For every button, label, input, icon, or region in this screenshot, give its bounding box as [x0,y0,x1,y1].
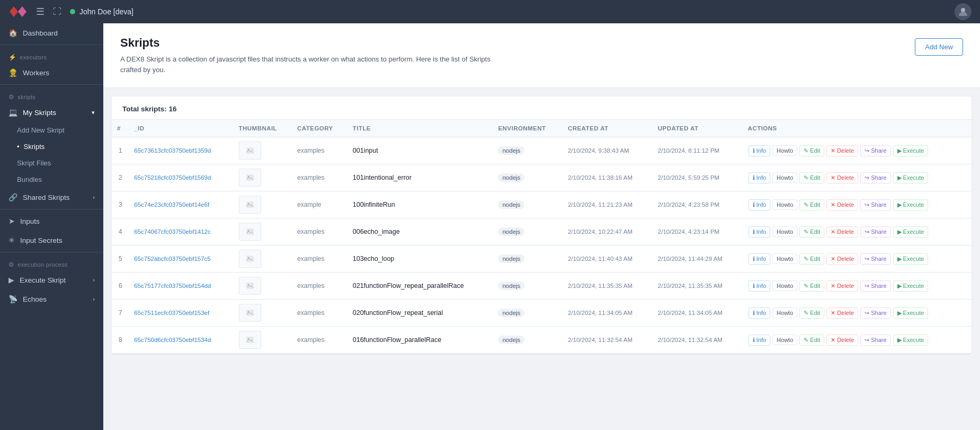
execute-button[interactable]: ▶ Execute [893,280,929,292]
info-button[interactable]: ℹ Info [749,226,770,238]
svg-rect-11 [246,283,254,289]
howto-button[interactable]: Howto [772,172,797,183]
delete-button[interactable]: ✕ Delete [826,199,858,210]
howto-button[interactable]: Howto [772,226,797,237]
sidebar-item-execute-skript[interactable]: ▶ Execute Skript › [0,270,103,289]
row-updated-at: 2/10/2024, 11:32:54 AM [653,327,743,354]
actions-cell: ℹ Info Howto ✎ Edit ✕ Delete ↪ Share ▶ E… [748,226,966,238]
table-header-row: # _ID THUMBNAIL CATEGORY TITLE ENVIRONME… [112,120,972,137]
edit-button[interactable]: ✎ Edit [799,280,824,292]
sidebar-item-my-skripts[interactable]: 💻 My Skripts ▾ [0,103,103,122]
howto-button[interactable]: Howto [772,199,797,210]
env-badge: nodejs [498,309,524,317]
delete-button[interactable]: ✕ Delete [826,280,858,292]
edit-button[interactable]: ✎ Edit [799,199,824,210]
execute-button[interactable]: ▶ Execute [893,145,929,156]
row-category: examples [292,327,348,354]
delete-button[interactable]: ✕ Delete [826,145,858,156]
id-link[interactable]: 65c75177cfc03750ebf154dd [134,283,211,289]
thumbnail-box [239,142,261,160]
actions-cell: ℹ Info Howto ✎ Edit ✕ Delete ↪ Share ▶ E… [748,307,966,319]
sidebar-item-dashboard[interactable]: 🏠 Dashboard [0,23,103,42]
row-title: 101intentional_error [348,164,493,191]
avatar[interactable] [955,3,972,20]
info-button[interactable]: ℹ Info [749,280,770,292]
svg-rect-9 [246,256,254,262]
execute-button[interactable]: ▶ Execute [893,308,929,319]
edit-button[interactable]: ✎ Edit [799,145,824,156]
execute-button[interactable]: ▶ Execute [893,199,929,210]
row-environment: nodejs [493,218,563,245]
share-button[interactable]: ↪ Share [860,226,890,238]
skripts-section-icon: ⚙ [8,93,14,101]
share-button[interactable]: ↪ Share [860,172,890,183]
execute-button[interactable]: ▶ Execute [893,253,929,265]
id-link[interactable]: 65c750d6cfc03750ebf1534d [134,337,211,343]
info-button[interactable]: ℹ Info [749,199,770,210]
echoes-icon: 📡 [8,295,17,303]
delete-button[interactable]: ✕ Delete [826,172,858,183]
expand-icon[interactable]: ⛶ [53,7,61,16]
table-row: 8 65c750d6cfc03750ebf1534d examples 016f… [112,327,972,354]
edit-button[interactable]: ✎ Edit [799,253,824,265]
share-button[interactable]: ↪ Share [860,253,890,265]
execute-button[interactable]: ▶ Execute [893,335,929,346]
delete-button[interactable]: ✕ Delete [826,335,858,346]
logo [8,2,28,21]
col-environment: ENVIRONMENT [493,120,563,137]
edit-button[interactable]: ✎ Edit [799,335,824,346]
sidebar: 🏠 Dashboard ⚡ executors 👷 Workers ⚙ skri… [0,23,103,430]
id-link[interactable]: 65c752abcfc03750ebf157c5 [134,256,211,262]
user-status-dot [70,9,75,14]
sidebar-item-workers[interactable]: 👷 Workers [0,63,103,82]
delete-button[interactable]: ✕ Delete [826,308,858,319]
row-num: 1 [112,137,129,164]
sidebar-sub-skripts[interactable]: Skripts [0,138,103,155]
id-link[interactable]: 65c7511ecfc03750ebf153ef [134,310,209,316]
share-button[interactable]: ↪ Share [860,335,890,346]
share-button[interactable]: ↪ Share [860,145,890,156]
edit-button[interactable]: ✎ Edit [799,226,824,238]
id-link[interactable]: 65c74e23cfc03750ebf14e6f [134,201,209,208]
howto-button[interactable]: Howto [772,253,797,264]
id-link[interactable]: 65c73613cfc03750ebf1359d [134,147,211,154]
howto-button[interactable]: Howto [772,335,797,345]
delete-button[interactable]: ✕ Delete [826,226,858,238]
sidebar-item-shared-skripts[interactable]: 🔗 Shared Skripts › [0,188,103,207]
info-button[interactable]: ℹ Info [749,335,770,346]
id-link[interactable]: 65c74067cfc03750ebf1412c [134,229,211,235]
execute-skript-chevron: › [93,277,95,283]
sidebar-item-echoes[interactable]: 📡 Echoes › [0,289,103,309]
sidebar-sub-add-new-skript[interactable]: Add New Skript [0,122,103,138]
executors-section-icon: ⚡ [8,54,16,61]
info-button[interactable]: ℹ Info [749,145,770,156]
sidebar-item-inputs[interactable]: ➤ Inputs [0,212,103,231]
page-description: A DEX8 Skript is a collection of javascr… [120,54,491,75]
info-button[interactable]: ℹ Info [749,308,770,319]
share-button[interactable]: ↪ Share [860,280,890,292]
add-new-button[interactable]: Add New [915,38,963,56]
actions-cell: ℹ Info Howto ✎ Edit ✕ Delete ↪ Share ▶ E… [748,253,966,265]
sidebar-sub-skript-files[interactable]: Skript Files [0,155,103,171]
env-badge: nodejs [498,227,524,236]
info-button[interactable]: ℹ Info [749,253,770,265]
delete-button[interactable]: ✕ Delete [826,253,858,265]
menu-icon[interactable]: ☰ [36,6,44,17]
row-created-at: 2/10/2024, 10:22:47 AM [563,218,653,245]
share-button[interactable]: ↪ Share [860,308,890,319]
edit-button[interactable]: ✎ Edit [799,172,824,183]
sidebar-sub-bundles[interactable]: Bundles [0,171,103,188]
share-button[interactable]: ↪ Share [860,199,890,210]
howto-button[interactable]: Howto [772,308,797,318]
info-button[interactable]: ℹ Info [749,172,770,183]
row-id: 65c74067cfc03750ebf1412c [129,218,233,245]
howto-button[interactable]: Howto [772,145,797,156]
howto-button[interactable]: Howto [772,280,797,291]
sidebar-item-input-secrets[interactable]: ✳ Input Secrets [0,231,103,250]
execute-button[interactable]: ▶ Execute [893,172,929,183]
execute-button[interactable]: ▶ Execute [893,226,929,238]
sidebar-echoes-label: Echoes [23,295,47,303]
id-link[interactable]: 65c75218cfc03750ebf1569d [134,174,211,181]
edit-button[interactable]: ✎ Edit [799,308,824,319]
row-id: 65c75177cfc03750ebf154dd [129,273,233,300]
